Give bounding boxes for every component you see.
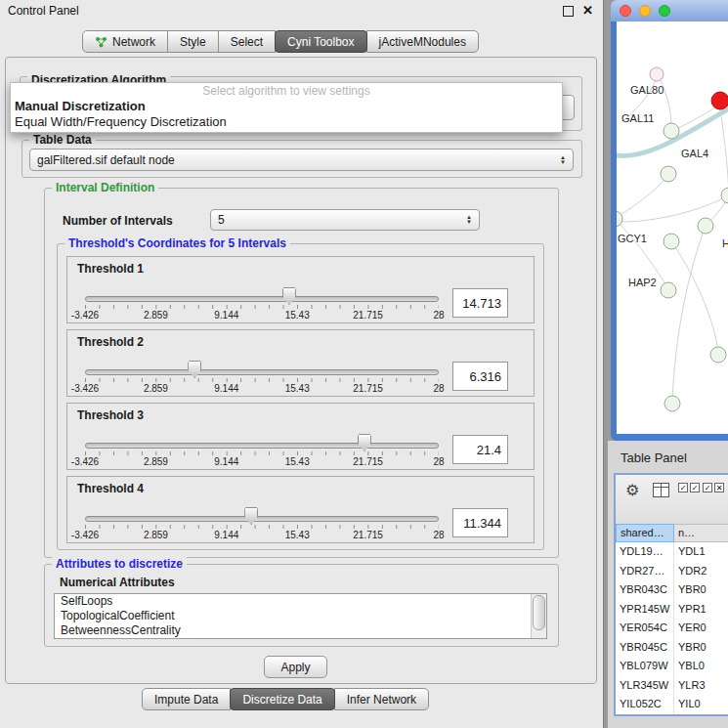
tab-jactivemodules[interactable]: jActiveMNodules (366, 30, 479, 53)
cell: YDR27… (616, 562, 674, 581)
cell: YLR345W (616, 676, 674, 696)
list-item[interactable]: BetweennessCentrality (55, 623, 546, 638)
threshold-3-slider[interactable]: -3.426 2.859 9.144 15.43 21.715 28 (85, 433, 439, 468)
table-row[interactable]: YBL079WYBL0 (616, 657, 728, 676)
tab-style[interactable]: Style (167, 30, 219, 53)
control-panel-window: Control Panel ✕ Network Style Select Cyn… (0, 0, 604, 728)
network-view-window: GAL80 GAL11 GAL4 GCY1 HAP2 H (611, 0, 728, 441)
threshold-1-value-field[interactable]: 14.713 (452, 288, 508, 318)
cell: YBL0 (674, 657, 728, 676)
table-row[interactable]: YIL052CYIL0 (616, 695, 728, 714)
top-tab-bar: Network Style Select Cyni Toolbox jActiv… (82, 30, 479, 53)
gene-node[interactable] (664, 396, 680, 411)
table-body: YDL19…YDL1 YDR27…YDR2 YBR043CYBR0 YPR145… (616, 542, 728, 714)
tab-infer-network[interactable]: Infer Network (334, 688, 429, 710)
table-panel-area: Table Panel ⚙ ✓ ✓ ✓ ✕ shared… n… YDL19…Y… (608, 441, 728, 728)
gene-node[interactable] (721, 188, 728, 203)
list-item[interactable]: SelfLoops (55, 594, 546, 609)
dropdown-option-manual[interactable]: Manual Discretization (11, 99, 562, 114)
scale-label: 21.715 (353, 383, 383, 394)
zoom-traffic-light[interactable] (659, 5, 670, 17)
table-row[interactable]: YPR145WYPR1 (616, 600, 728, 620)
column-header-shared-name[interactable]: shared… (616, 524, 674, 542)
network-canvas[interactable]: GAL80 GAL11 GAL4 GCY1 HAP2 H (617, 21, 728, 434)
selected-gene-node[interactable] (711, 92, 728, 109)
gene-node[interactable] (617, 211, 622, 227)
cell: YBL079W (616, 657, 674, 676)
select-all-columns-icon[interactable]: ✓ ✓ (678, 483, 700, 492)
scale-label: 2.859 (144, 383, 168, 394)
threshold-3-value-field[interactable]: 21.4 (452, 435, 508, 464)
number-of-intervals-spinner[interactable]: 5 ▲▼ (210, 209, 480, 231)
slider-thumb[interactable] (282, 287, 296, 305)
unselect-columns-icon[interactable]: ✓ ✕ (703, 483, 724, 492)
gene-node[interactable] (698, 218, 713, 234)
scrollbar-thumb[interactable] (533, 595, 545, 630)
float-window-icon[interactable] (563, 6, 574, 17)
dropdown-option-equal-width[interactable]: Equal Width/Frequency Discretization (11, 114, 562, 130)
scale-label: 9.144 (214, 310, 238, 321)
slider-thumb[interactable] (244, 507, 258, 525)
scale-label: 2.859 (144, 530, 168, 540)
slider-track[interactable] (85, 443, 439, 449)
gene-node-highlight[interactable] (650, 67, 664, 81)
apply-button[interactable]: Apply (264, 656, 327, 678)
tab-label: Discretize Data (242, 693, 321, 707)
table-data-combo[interactable]: galFiltered.sif default node ▲▼ (29, 149, 574, 171)
gene-node[interactable] (661, 166, 676, 182)
tab-label: Select (231, 35, 263, 49)
slider-track[interactable] (85, 369, 439, 375)
columns-icon[interactable] (653, 483, 669, 497)
scale-label: 9.144 (214, 456, 238, 467)
close-icon[interactable]: ✕ (582, 5, 593, 17)
cell: YDL19… (616, 542, 674, 562)
tab-select[interactable]: Select (218, 30, 276, 53)
table-row[interactable]: YBR045CYBR0 (616, 638, 728, 658)
slider-track[interactable] (85, 516, 439, 522)
gene-node[interactable] (710, 347, 726, 363)
slider-thumb[interactable] (358, 434, 371, 451)
table-row[interactable]: YDL19…YDL1 (616, 542, 728, 562)
table-toolbar: ⚙ ✓ ✓ ✓ ✕ (616, 475, 728, 525)
spinner-arrows-icon: ▲▼ (466, 215, 472, 225)
slider-thumb[interactable] (188, 361, 201, 378)
window-title: Control Panel (8, 4, 79, 18)
slider-ticks (85, 451, 439, 455)
gene-node[interactable] (661, 282, 676, 298)
slider-track[interactable] (85, 296, 439, 302)
table-row[interactable]: YDR27…YDR2 (616, 562, 728, 581)
threshold-2-value-field[interactable]: 6.316 (452, 362, 508, 391)
table-row[interactable]: YBR043CYBR0 (616, 580, 728, 600)
minimize-traffic-light[interactable] (639, 5, 651, 17)
threshold-1-slider[interactable]: -3.426 2.859 9.144 15.43 21.715 28 (85, 286, 439, 321)
tab-impute-data[interactable]: Impute Data (142, 688, 231, 710)
slider-scale: -3.426 2.859 9.144 15.43 21.715 28 (85, 530, 439, 541)
tab-network[interactable]: Network (82, 30, 168, 53)
thresholds-group-label: Threshold's Coordinates for 5 Intervals (64, 236, 290, 250)
threshold-2-slider[interactable]: -3.426 2.859 9.144 15.43 21.715 28 (85, 360, 439, 395)
tab-label: Network (112, 35, 155, 49)
tab-cyni-toolbox[interactable]: Cyni Toolbox (275, 30, 366, 53)
cell: YDL1 (674, 542, 728, 562)
threshold-4-value-field[interactable]: 11.344 (452, 508, 508, 537)
list-scrollbar[interactable] (531, 594, 546, 638)
scale-label: 2.859 (144, 310, 168, 321)
scale-label: 28 (433, 310, 444, 321)
gene-node[interactable] (664, 123, 679, 139)
checkbox-icon: ✓ (690, 483, 700, 492)
table-row[interactable]: YLR345WYLR3 (616, 676, 728, 696)
close-traffic-light[interactable] (620, 5, 631, 17)
cell: YDR2 (674, 562, 728, 581)
slider-ticks (85, 378, 439, 382)
list-item[interactable]: TopologicalCoefficient (55, 609, 546, 623)
table-row[interactable]: YER054CYER0 (616, 619, 728, 638)
tab-discretize-data[interactable]: Discretize Data (230, 688, 334, 710)
column-header-name[interactable]: n… (674, 524, 728, 542)
threshold-2-label: Threshold 2 (77, 335, 144, 349)
threshold-4-label: Threshold 4 (77, 482, 144, 495)
settings-gear-icon[interactable]: ⚙ (625, 483, 639, 498)
threshold-3-label: Threshold 3 (77, 408, 144, 422)
threshold-4-slider[interactable]: -3.426 2.859 9.144 15.43 21.715 28 (85, 506, 439, 541)
network-window-titlebar[interactable] (611, 0, 728, 21)
gene-node[interactable] (664, 234, 679, 249)
